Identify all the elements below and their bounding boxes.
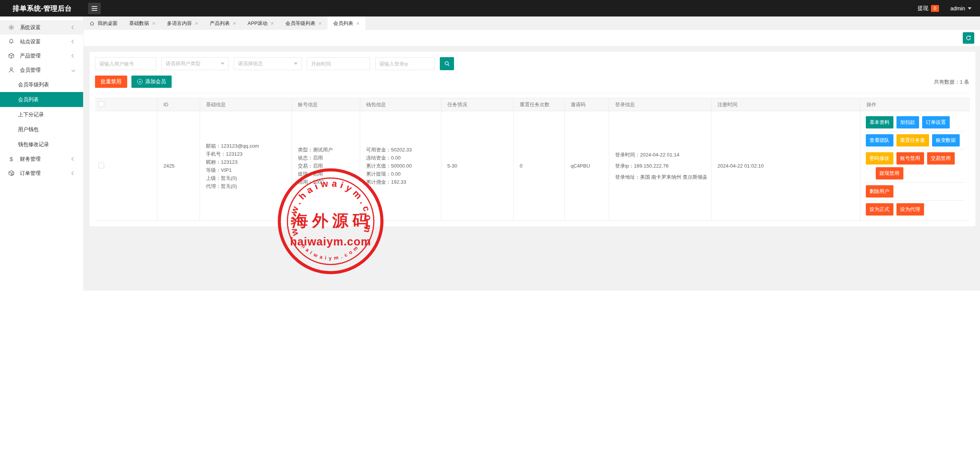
sidebar-toggle-button[interactable]: [88, 3, 101, 14]
close-icon[interactable]: ×: [356, 20, 360, 26]
table-actions-row: 批量禁用 + 添加会员 共有数据：1 条: [95, 76, 970, 88]
action-set-official-button[interactable]: 设为正式: [866, 203, 893, 216]
table-header-row: ID 基础信息 账号信息 钱包信息 任务情况 重置任务次数 邀请码 登录信息 注…: [95, 98, 970, 111]
divider: [95, 93, 970, 93]
close-icon[interactable]: ×: [195, 20, 198, 26]
sidebar: 系统设置 站点设置 产品管理 会员管理 会员等级列表: [0, 16, 84, 291]
action-change-password-button[interactable]: 密码修改: [866, 152, 893, 165]
action-basic-profile-button[interactable]: 基本资料: [866, 116, 893, 128]
col-header-task-status: 任务情况: [441, 98, 513, 111]
close-icon[interactable]: ×: [270, 20, 274, 26]
action-add-deduct-button[interactable]: 加扣款: [896, 116, 919, 128]
action-delete-user-button[interactable]: 删除用户: [866, 185, 893, 198]
tab-basic-data[interactable]: 基础数据 ×: [123, 16, 161, 30]
sidebar-item-member-level-list[interactable]: 会员等级列表: [0, 77, 83, 92]
action-disable-withdraw-button[interactable]: 提现禁用: [876, 167, 903, 179]
action-set-agent-button[interactable]: 设为代理: [896, 203, 924, 216]
tab-app-scroll[interactable]: APP滚动 ×: [242, 16, 280, 30]
sidebar-item-product-management[interactable]: 产品管理: [0, 49, 83, 63]
tab-member-level-list[interactable]: 会员等级列表 ×: [280, 16, 328, 30]
user-type-placeholder: 请选择用户类型: [166, 60, 200, 67]
cell-basic-info: 邮箱：123123@qq.com 手机号：123123 昵称：123123 等级…: [200, 111, 292, 221]
withdraw-label: 提现: [918, 5, 928, 12]
col-header-account-info: 账号信息: [292, 98, 360, 111]
refresh-button[interactable]: [963, 32, 974, 44]
action-reset-task-button[interactable]: 重置任务量: [896, 134, 929, 146]
user-type-select[interactable]: 请选择用户类型: [161, 57, 229, 70]
col-header-login-info: 登录信息: [609, 98, 711, 111]
cell-wallet-info: 可用资金：50202.33 冻结资金：0.00 累计充值：50000.00 累计…: [360, 111, 441, 221]
total-count-text: 共有数据：1 条: [934, 79, 969, 86]
cell-register-time: 2024-04-22 01:02:10: [711, 111, 860, 221]
col-header-invite-code: 邀请码: [564, 98, 609, 111]
search-button[interactable]: [440, 57, 454, 70]
cell-id: 2425: [157, 111, 200, 221]
sidebar-item-order-management[interactable]: 订单管理: [0, 166, 83, 180]
member-table: ID 基础信息 账号信息 钱包信息 任务情况 重置任务次数 邀请码 登录信息 注…: [95, 98, 970, 221]
caret-down-icon: [968, 7, 972, 10]
action-disable-account-button[interactable]: 账号禁用: [896, 152, 924, 165]
chevron-left-icon: [72, 40, 75, 44]
bell-icon: [8, 38, 15, 45]
close-icon[interactable]: ×: [318, 20, 322, 26]
dollar-icon: $: [8, 156, 15, 162]
caret-down-icon: [294, 63, 298, 65]
member-list-panel: 请选择用户类型 请选择状态 批量禁用 + 添加会员 共有数据：1 条: [90, 52, 975, 226]
sidebar-item-member-management[interactable]: 会员管理: [0, 63, 83, 77]
sidebar-subitem-label: 会员等级列表: [18, 81, 49, 88]
cube-icon: [8, 53, 15, 59]
sidebar-subitem-label: 上下分记录: [18, 111, 44, 118]
tab-desktop[interactable]: 我的桌面: [84, 16, 123, 30]
close-icon[interactable]: ×: [233, 20, 236, 26]
action-group: 设为正式 设为代理: [866, 201, 965, 218]
select-all-checkbox[interactable]: [98, 101, 104, 107]
user-menu[interactable]: admin: [951, 5, 972, 12]
home-icon: [89, 21, 95, 26]
sidebar-item-score-records[interactable]: 上下分记录: [0, 107, 83, 122]
tab-member-list[interactable]: 会员列表 ×: [328, 16, 365, 30]
sidebar-item-label: 财务管理: [20, 156, 72, 163]
cell-login-info: 登录时间：2024-04-22 01:14 登录ip：169.150.222.7…: [609, 111, 711, 221]
sidebar-item-member-list[interactable]: 会员列表: [0, 92, 83, 107]
topbar-right: 提现 0 admin: [918, 5, 980, 12]
stamp-bottom-arc-text: haiwaiym.com: [300, 243, 361, 261]
chevron-left-icon: [72, 171, 75, 175]
sidebar-item-finance-management[interactable]: $ 财务管理: [0, 152, 83, 166]
add-member-button[interactable]: + 添加会员: [131, 76, 172, 88]
sidebar-item-wallet-change-records[interactable]: 钱包修改记录: [0, 137, 83, 152]
sidebar-item-system-settings[interactable]: 系统设置: [0, 20, 83, 35]
sidebar-item-user-wallet[interactable]: 用户钱包: [0, 122, 83, 137]
sidebar-item-site-settings[interactable]: 站点设置: [0, 35, 83, 49]
row-checkbox[interactable]: [98, 163, 104, 168]
action-group: 密码修改 账号禁用 交易禁用 提现禁用: [866, 150, 965, 183]
chevron-left-icon: [72, 54, 75, 58]
withdraw-link[interactable]: 提现 0: [918, 5, 939, 12]
sidebar-item-label: 订单管理: [20, 170, 72, 177]
sidebar-subitem-label: 用户钱包: [18, 126, 39, 133]
status-select[interactable]: 请选择状态: [234, 57, 302, 70]
account-input[interactable]: [95, 57, 156, 70]
status-placeholder: 请选择状态: [238, 60, 263, 67]
col-header-id: ID: [157, 98, 200, 111]
close-icon[interactable]: ×: [152, 20, 156, 26]
tab-toolbar: [84, 30, 980, 46]
admin-app: 排单系统-管理后台 提现 0 admin 系统设置: [0, 0, 980, 291]
hamburger-icon: [92, 6, 97, 11]
tab-product-list[interactable]: 产品列表 ×: [204, 16, 242, 30]
action-order-settings-button[interactable]: 订单设置: [922, 116, 950, 128]
batch-disable-button[interactable]: 批量禁用: [95, 76, 127, 88]
action-view-team-button[interactable]: 查看团队: [866, 134, 893, 146]
start-time-input[interactable]: [307, 57, 370, 70]
stamp-center-en-text: haiwaiym.com: [290, 235, 371, 248]
sidebar-item-label: 会员管理: [20, 67, 72, 74]
chevron-left-icon: [72, 157, 75, 161]
login-ip-input[interactable]: [375, 57, 435, 70]
action-group: 删除用户: [866, 183, 965, 201]
tab-label: 多语言内容: [167, 20, 192, 27]
action-disable-trade-button[interactable]: 交易禁用: [927, 152, 955, 165]
cell-reset-task-count: 0: [513, 111, 564, 221]
action-account-changes-button[interactable]: 账变数据: [932, 134, 960, 146]
cell-invite-code: qC4PBU: [564, 111, 609, 221]
svg-text:haiwaiym.com: haiwaiym.com: [300, 243, 361, 261]
tab-multilang-content[interactable]: 多语言内容 ×: [161, 16, 204, 30]
